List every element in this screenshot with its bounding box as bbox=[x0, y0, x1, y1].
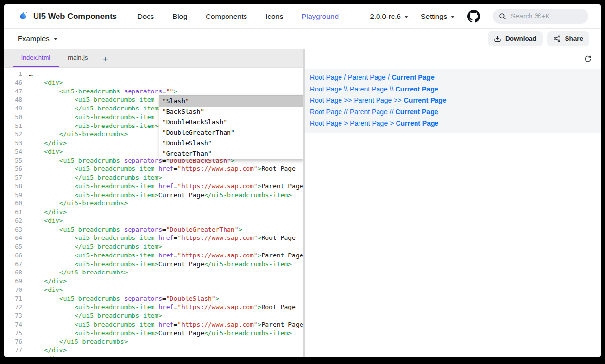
nav-link-icons[interactable]: Icons bbox=[265, 12, 283, 20]
code-line[interactable]: 75 <ui5-breadcrumbs-item>Current Page</u… bbox=[4, 329, 303, 338]
nav-right: 2.0.0-rc.6 Settings bbox=[370, 9, 588, 24]
code-line[interactable]: 74 <ui5-breadcrumbs-item href="https://w… bbox=[4, 320, 303, 329]
line-content: </div> bbox=[29, 208, 67, 217]
line-content: </ui5-breadcrumbs-item> bbox=[29, 173, 162, 182]
breadcrumb: Root Page\\Parent Page\\Current Page bbox=[310, 84, 597, 95]
code-line[interactable]: 57 </ui5-breadcrumbs-item> bbox=[4, 173, 303, 182]
code-line[interactable]: 68 </ui5-breadcrumbs> bbox=[4, 268, 303, 277]
line-number: 57 bbox=[4, 173, 29, 182]
line-number: 54 bbox=[4, 147, 29, 156]
refresh-button[interactable] bbox=[583, 54, 593, 64]
autocomplete-option[interactable]: "DoubleSlash" bbox=[159, 138, 303, 148]
download-button[interactable]: Download bbox=[488, 31, 543, 46]
github-link[interactable] bbox=[467, 10, 480, 23]
version-dropdown[interactable]: 2.0.0-rc.6 bbox=[370, 12, 408, 20]
breadcrumb-separator: >> bbox=[392, 96, 403, 104]
code-line[interactable]: 70 <div> bbox=[4, 286, 303, 294]
line-number: 70 bbox=[4, 286, 29, 294]
code-line[interactable]: 67 <ui5-breadcrumbs-item>Current Page</u… bbox=[4, 260, 303, 269]
autocomplete-option[interactable]: "DoubleGreaterThan" bbox=[159, 127, 303, 138]
line-content: <ui5-breadcrumbs separators="DoubleSlash… bbox=[29, 294, 219, 303]
breadcrumb-link[interactable]: Parent Page bbox=[354, 96, 392, 104]
line-content: <ui5-breadcrumbs-item>Current Page</ui5-… bbox=[29, 260, 292, 269]
search-box[interactable] bbox=[493, 9, 588, 24]
line-content: <ui5-breadcrumbs-item href="https://www.… bbox=[29, 164, 296, 173]
code-line[interactable]: 1… bbox=[4, 70, 303, 78]
line-content: <ui5-breadcrumbs-item>Current Page</ui5-… bbox=[29, 191, 292, 200]
autocomplete-option[interactable]: "Slash" bbox=[159, 96, 303, 107]
breadcrumb-link[interactable]: Root Page bbox=[310, 73, 342, 81]
line-number: 60 bbox=[4, 199, 29, 208]
breadcrumb-link[interactable]: Root Page bbox=[310, 119, 342, 127]
autocomplete-option[interactable]: "DoubleBackSlash" bbox=[159, 117, 303, 127]
breadcrumb-link[interactable]: Parent Page bbox=[350, 108, 388, 116]
line-content: <ui5-breadcrumbs separators=""> bbox=[29, 87, 177, 96]
examples-dropdown[interactable]: Examples bbox=[18, 35, 57, 43]
line-content: <div> bbox=[29, 355, 63, 357]
nav-link-playground[interactable]: Playground bbox=[302, 12, 339, 20]
settings-dropdown[interactable]: Settings bbox=[421, 12, 454, 20]
autocomplete-option[interactable]: "GreaterThan" bbox=[159, 148, 303, 159]
line-content: </div> bbox=[29, 139, 67, 147]
code-line[interactable]: 65 </ui5-breadcrumbs-item> bbox=[4, 242, 303, 251]
share-button[interactable]: Share bbox=[547, 31, 589, 46]
code-line[interactable]: 47 <ui5-breadcrumbs separators=""> bbox=[4, 87, 303, 96]
breadcrumb-current: Current Page bbox=[404, 96, 447, 104]
code-line[interactable]: 64 <ui5-breadcrumbs-item href="https://w… bbox=[4, 234, 303, 242]
add-tab-button[interactable]: + bbox=[96, 53, 113, 67]
line-content: </ui5-breadcrumbs> bbox=[29, 199, 128, 208]
breadcrumb-link[interactable]: Root Page bbox=[310, 85, 342, 93]
code-editor-pane: index.htmlmain.js+ 1…46 <div>47 <ui5-bre… bbox=[4, 49, 303, 357]
code-line[interactable]: 59 <ui5-breadcrumbs-item>Current Page</u… bbox=[4, 191, 303, 200]
code-line[interactable]: 77 </div> bbox=[4, 346, 303, 355]
breadcrumb-link[interactable]: Parent Page bbox=[350, 119, 388, 127]
main-area: index.htmlmain.js+ 1…46 <div>47 <ui5-bre… bbox=[4, 49, 601, 357]
app-window: UI5 Web Components DocsBlogComponentsIco… bbox=[4, 4, 601, 357]
brand[interactable]: UI5 Web Components bbox=[18, 10, 117, 22]
code-line[interactable]: 78 <div> bbox=[4, 355, 303, 357]
line-content: <div> bbox=[29, 217, 63, 225]
breadcrumb-link[interactable]: Root Page bbox=[310, 96, 342, 104]
code-line[interactable]: 62 <div> bbox=[4, 217, 303, 225]
tab-index-html[interactable]: index.html bbox=[13, 50, 59, 67]
code-line[interactable]: 73 </ui5-breadcrumbs-item> bbox=[4, 311, 303, 320]
code-line[interactable]: 63 <ui5-breadcrumbs separators="DoubleGr… bbox=[4, 225, 303, 234]
breadcrumb-separator: // bbox=[388, 108, 396, 116]
line-number: 63 bbox=[4, 225, 29, 234]
code-line[interactable]: 58 <ui5-breadcrumbs-item href="https://w… bbox=[4, 182, 303, 191]
code-line[interactable]: 46 <div> bbox=[4, 78, 303, 87]
line-number: 76 bbox=[4, 337, 29, 346]
line-number: 67 bbox=[4, 260, 29, 269]
code-line[interactable]: 76 </ui5-breadcrumbs> bbox=[4, 337, 303, 346]
breadcrumb: Root Page>Parent Page>Current Page bbox=[310, 118, 597, 129]
code-line[interactable]: 72 <ui5-breadcrumbs-item href="https://w… bbox=[4, 303, 303, 311]
breadcrumb-separator: >> bbox=[342, 96, 354, 104]
line-content: </ui5-breadcrumbs> bbox=[29, 268, 128, 277]
code-line[interactable]: 69 </div> bbox=[4, 277, 303, 286]
line-number: 78 bbox=[4, 355, 29, 357]
nav-link-docs[interactable]: Docs bbox=[137, 12, 154, 20]
code-line[interactable]: 66 <ui5-breadcrumbs-item href="https://w… bbox=[4, 251, 303, 260]
code-line[interactable]: 61 </div> bbox=[4, 208, 303, 217]
code-line[interactable]: 56 <ui5-breadcrumbs-item href="https://w… bbox=[4, 164, 303, 173]
preview-toolbar bbox=[305, 49, 601, 69]
editor-tabbar: index.htmlmain.js+ bbox=[4, 49, 303, 68]
line-content: </ui5-breadcrumbs-item> bbox=[29, 104, 162, 113]
preview-content: Root Page/Parent Page/Current PageRoot P… bbox=[305, 69, 601, 133]
nav-link-components[interactable]: Components bbox=[206, 12, 247, 20]
nav-link-blog[interactable]: Blog bbox=[172, 12, 187, 20]
code-line[interactable]: 60 </ui5-breadcrumbs> bbox=[4, 199, 303, 208]
breadcrumb-link[interactable]: Root Page bbox=[310, 108, 342, 116]
search-input[interactable] bbox=[510, 12, 570, 20]
tab-main-js[interactable]: main.js bbox=[59, 50, 96, 67]
line-number: 61 bbox=[4, 208, 29, 217]
breadcrumb-link[interactable]: Parent Page bbox=[348, 73, 386, 81]
code-line[interactable]: 71 <ui5-breadcrumbs separators="DoubleSl… bbox=[4, 294, 303, 303]
autocomplete-option[interactable]: "BackSlash" bbox=[159, 107, 303, 117]
line-number: 64 bbox=[4, 234, 29, 242]
line-content: </ui5-breadcrumbs> bbox=[29, 130, 128, 139]
breadcrumb-link[interactable]: Parent Page bbox=[350, 85, 388, 93]
share-icon bbox=[553, 35, 561, 42]
main-nav: DocsBlogComponentsIconsPlayground bbox=[137, 12, 339, 20]
line-content: <div> bbox=[29, 286, 63, 294]
